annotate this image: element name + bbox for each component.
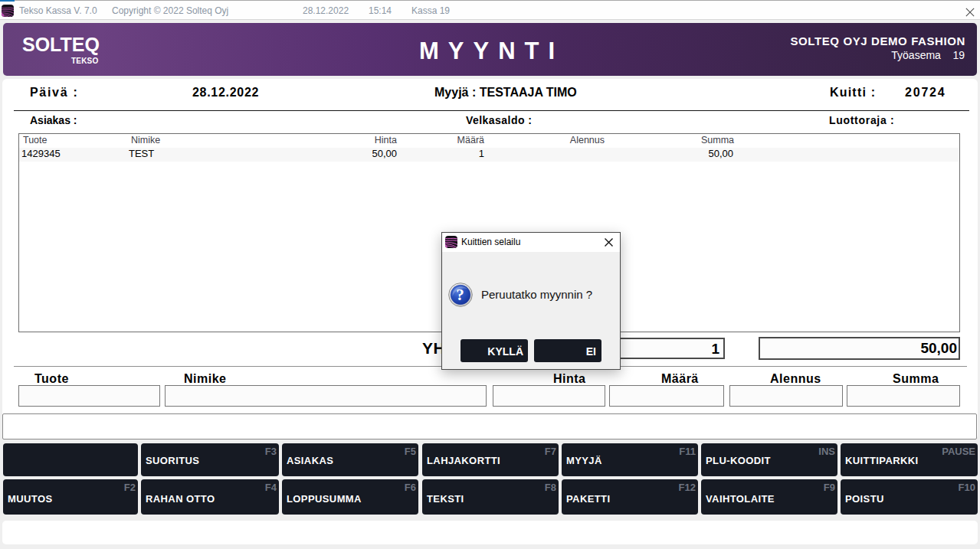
svg-text:?: ? (456, 286, 464, 304)
